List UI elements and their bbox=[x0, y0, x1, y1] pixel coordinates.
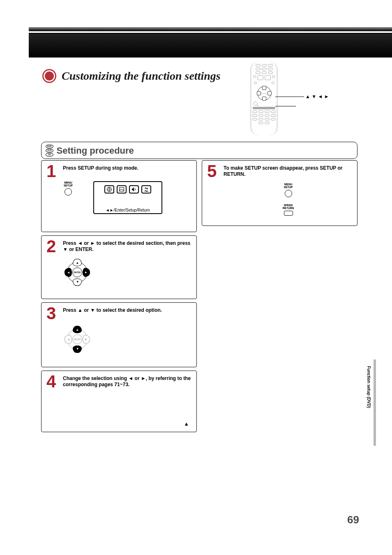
step-columns: 1 Press SETUP during stop mode. MENU SET… bbox=[41, 160, 357, 432]
remote-diagram: ▲ ▼ ◄ ► bbox=[251, 62, 345, 144]
menu-setup-label: MENU SETUP bbox=[64, 181, 73, 187]
osd-panel: ◄►/Enter/Setup/Return bbox=[93, 181, 162, 214]
step-2-number: 2 bbox=[46, 239, 59, 254]
step-4: 4 Change the selection using ◄ or ►, by … bbox=[41, 371, 197, 432]
decorative-top-band bbox=[29, 33, 392, 58]
osd-audio-icon bbox=[129, 185, 139, 193]
step-2-text: Press ◄ or ► to select the desired secti… bbox=[63, 239, 191, 253]
disc-dvd: DVD bbox=[46, 145, 53, 148]
side-tab-text: Function setup (DVD) bbox=[367, 366, 371, 408]
step-3-number: 3 bbox=[46, 306, 59, 321]
osd-picture-icon bbox=[117, 185, 127, 193]
remote-arrows-label: ▲ ▼ ◄ ► bbox=[305, 94, 329, 99]
page-title: Customizing the function settings bbox=[62, 69, 221, 83]
disc-cd: CD bbox=[46, 153, 53, 157]
page-number: 69 bbox=[347, 514, 359, 526]
menu-setup-button-icon: MENU SETUP bbox=[64, 181, 73, 196]
svg-point-6 bbox=[146, 188, 148, 189]
svg-point-5 bbox=[145, 188, 146, 189]
osd-icons-row bbox=[104, 185, 151, 193]
step-1: 1 Press SETUP during stop mode. MENU SET… bbox=[41, 160, 197, 232]
osd-language-icon bbox=[104, 185, 114, 193]
step-4-arrow: ▲ bbox=[184, 421, 189, 427]
menu-setup-button-icon: MENU SETUP bbox=[224, 183, 352, 197]
sun-icon bbox=[41, 68, 58, 84]
step-4-text: Change the selection using ◄ or ►, by re… bbox=[63, 374, 191, 388]
osd-hint: ◄►/Enter/Setup/Return bbox=[106, 208, 150, 212]
callout-line-b bbox=[275, 106, 296, 106]
remote-outline bbox=[251, 62, 277, 136]
section-title: Setting procedure bbox=[57, 145, 134, 156]
step-3: 3 Press ▲ or ▼ to select the desired opt… bbox=[41, 302, 197, 367]
step5-btn2-label: SPEED RETURN bbox=[283, 204, 294, 210]
dpad-left-right-icon: ▴ ▴ ▴ ▴ ENTER bbox=[64, 259, 91, 286]
step5-btn1-label: MENU SETUP bbox=[284, 183, 293, 189]
enter-label: ENTER bbox=[72, 334, 82, 344]
step-5-text: To make SETUP screen disappear, press SE… bbox=[224, 164, 352, 177]
disc-vcd: VCD bbox=[46, 149, 53, 152]
step-3-text: Press ▲ or ▼ to select the desired optio… bbox=[63, 306, 162, 313]
callout-line-a bbox=[275, 97, 304, 97]
osd-parental-icon bbox=[141, 185, 151, 193]
left-column: 1 Press SETUP during stop mode. MENU SET… bbox=[41, 160, 197, 432]
right-column: 5 To make SETUP screen disappear, press … bbox=[202, 160, 357, 432]
side-index-tab: Function setup (DVD) bbox=[369, 359, 376, 446]
svg-point-2 bbox=[45, 71, 54, 81]
step-1-text: Press SETUP during stop mode. bbox=[63, 164, 138, 171]
step-5-number: 5 bbox=[207, 164, 219, 179]
step-2: 2 Press ◄ or ► to select the desired sec… bbox=[41, 235, 197, 299]
dpad-up-down-icon: ▴ ▴ ▴ ▴ ENTER bbox=[64, 326, 91, 353]
disc-badges: DVD VCD CD bbox=[46, 145, 53, 157]
step-5: 5 To make SETUP screen disappear, press … bbox=[202, 160, 357, 226]
remote-dpad-icon bbox=[257, 86, 271, 100]
speed-return-button-icon: SPEED RETURN bbox=[224, 204, 352, 216]
step-1-number: 1 bbox=[46, 164, 59, 179]
section-header: DVD VCD CD Setting procedure bbox=[41, 142, 357, 159]
svg-rect-4 bbox=[119, 188, 124, 191]
step-4-number: 4 bbox=[46, 374, 59, 389]
enter-label: ENTER bbox=[72, 267, 82, 277]
